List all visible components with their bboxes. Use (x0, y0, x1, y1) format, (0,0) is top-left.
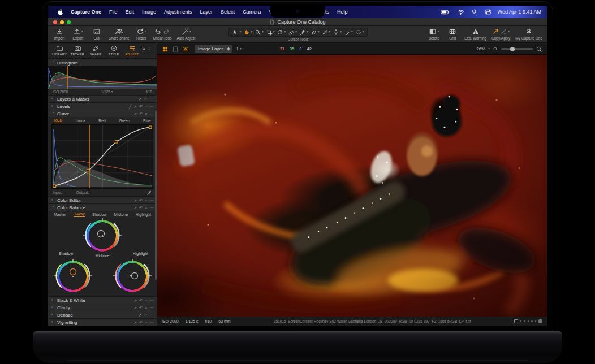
tab-adjust[interactable]: ADJUST (123, 45, 141, 56)
more-icon[interactable]: ⋯ (149, 313, 153, 317)
zoom-out-icon[interactable] (493, 46, 498, 52)
copy-apply-button[interactable]: ▾ Copy/Apply (491, 27, 510, 40)
copy-adjustments-icon[interactable]: ↗ (133, 306, 137, 310)
before-after-button[interactable]: ▾ Before (427, 27, 441, 40)
auto-adjust-button[interactable]: ▾ Auto Adjust (176, 27, 195, 40)
grid-button[interactable]: Grid (446, 27, 459, 40)
panel-header-black-white[interactable]: › Black & White ↗ ↶ ≡ ⋯ (48, 296, 157, 304)
curve-graph[interactable] (51, 124, 153, 189)
highlight-color-wheel[interactable] (111, 259, 154, 295)
presets-icon[interactable]: ≡ (145, 105, 147, 109)
auto-levels-icon[interactable]: ╱ (129, 105, 131, 109)
reset-icon[interactable]: ↶ (139, 112, 143, 116)
zoom-slider[interactable] (501, 48, 533, 50)
curve-tab-red[interactable]: Red (98, 119, 106, 123)
multi-view-toggle[interactable] (162, 46, 169, 53)
menu-item-camera[interactable]: Camera (239, 9, 264, 15)
straighten-tool[interactable]: ▾ (288, 29, 297, 36)
battery-icon[interactable] (441, 8, 450, 16)
import-button[interactable]: Import (53, 27, 66, 40)
window-title-bar[interactable]: Capture One Catalog (48, 18, 547, 26)
copy-adjustments-icon[interactable]: ↗ (133, 206, 137, 210)
more-icon[interactable]: ⋯ (149, 298, 153, 302)
midtone-color-wheel[interactable] (81, 218, 124, 254)
annotate-tool[interactable]: ▾ (322, 29, 331, 36)
panel-header-color-balance[interactable]: › Color Balance ↗ ↶ ≡ ⋯ (48, 203, 157, 211)
spot-removal-tool[interactable]: ▾ (355, 29, 364, 36)
shadow-color-wheel[interactable] (51, 259, 94, 295)
crop-tool[interactable]: ▾ (266, 29, 275, 36)
more-icon[interactable]: ⋯ (149, 206, 153, 210)
panel-header-vignetting[interactable]: › Vignetting ↗ ↶ ≡ ⋯ (48, 318, 157, 326)
panel-header-layers-masks[interactable]: › Layers & Masks ↗ ↶ ⋯ (48, 95, 157, 102)
wifi-icon[interactable] (457, 8, 464, 16)
presets-icon[interactable]: ≡ (145, 298, 147, 302)
panel-header-histogram[interactable]: › Histogram ⋯ (48, 59, 157, 66)
curve-tab-luma[interactable]: Luma (75, 119, 85, 123)
rotate-tool[interactable]: ▾ (277, 29, 286, 36)
cull-button[interactable]: Cull (90, 27, 104, 40)
tab-tether[interactable]: TETHER (68, 45, 87, 56)
rating-dot[interactable] (524, 320, 525, 322)
cb-tab-highlight[interactable]: Highlight (136, 213, 151, 216)
copy-adjustments-icon[interactable]: ↗ (138, 97, 141, 101)
reset-adjustments-button[interactable]: ▾ Reset (135, 27, 148, 40)
presets-icon[interactable]: ≡ (145, 112, 147, 116)
eraser-tool[interactable]: ▾ (311, 29, 320, 36)
heal-tool[interactable]: ▾ (344, 29, 353, 36)
menu-item-file[interactable]: File (106, 9, 121, 15)
curve-tab-green[interactable]: Green (119, 119, 130, 123)
menu-clock[interactable]: Wed Apr 1 9:41 AM (498, 9, 541, 15)
more-icon[interactable]: ⋯ (149, 112, 153, 116)
rating-dot[interactable] (535, 320, 537, 322)
presets-icon[interactable]: ≡ (145, 320, 147, 324)
menu-item-image[interactable]: Image (139, 9, 159, 15)
curve-tab-blue[interactable]: Blue (143, 119, 151, 123)
presets-icon[interactable]: ≡ (145, 198, 147, 202)
curve-picker-icon[interactable] (146, 190, 152, 196)
panel-header-curve[interactable]: › Curve ↗ ↶ ≡ ⋯ (48, 110, 157, 117)
spotlight-search-icon[interactable] (471, 8, 478, 15)
tab-shape[interactable]: SHAPE (87, 45, 105, 56)
zoom-slider-knob[interactable] (510, 47, 515, 51)
menu-item-select[interactable]: Select (217, 9, 238, 15)
select-tool[interactable]: ▾ (232, 29, 241, 36)
export-button[interactable]: ▾ Export (71, 27, 85, 40)
tab-style[interactable]: STYLE (105, 45, 123, 56)
more-icon[interactable]: ⋯ (149, 198, 153, 202)
menu-item-adjustments[interactable]: Adjustments (161, 9, 196, 15)
panel-header-clarity[interactable]: › Clarity ↗ ↶ ≡ ⋯ (48, 304, 157, 311)
single-view-toggle[interactable] (172, 46, 179, 53)
layer-select[interactable]: Image Layer (195, 45, 232, 53)
pan-tool[interactable]: ▾ (243, 29, 252, 36)
color-picker-tool[interactable]: ▾ (299, 29, 308, 36)
cb-tab-3way[interactable]: 3-Way (74, 212, 85, 217)
my-capture-one-button[interactable]: My Capture One (515, 27, 542, 40)
panel-header-color-editor[interactable]: › Color Editor ↗ ↶ ≡ ⋯ (48, 196, 157, 203)
copy-adjustments-icon[interactable]: ↗ (133, 298, 137, 302)
panel-header-levels[interactable]: › Levels ╱ ↗ ↶ ≡ ⋯ (48, 102, 157, 110)
menu-item-app[interactable]: Capture One (67, 9, 105, 15)
reset-icon[interactable]: ↶ (139, 206, 143, 210)
add-layer-button[interactable]: +▾ (235, 46, 241, 52)
copy-adjustments-icon[interactable]: ↗ (133, 112, 137, 116)
more-icon[interactable]: ⋯ (149, 61, 153, 65)
tab-library[interactable]: LIBRARY (50, 45, 68, 56)
copy-adjustments-icon[interactable]: ↗ (133, 320, 137, 324)
edit-select-checkbox[interactable] (514, 319, 518, 323)
menu-item-help[interactable]: Help (334, 9, 351, 15)
copy-adjustments-icon[interactable]: ↗ (133, 105, 137, 109)
apple-menu[interactable] (57, 8, 63, 15)
mask-brush-tool[interactable]: ▾ (333, 29, 342, 36)
more-icon[interactable]: ⋯ (149, 320, 153, 324)
copy-adjustments-icon[interactable]: ↗ (133, 198, 137, 202)
reset-icon[interactable]: ↶ (139, 105, 143, 109)
panel-scrollbar[interactable] (155, 110, 157, 280)
presets-icon[interactable]: ≡ (145, 206, 147, 210)
share-online-button[interactable]: Share online (109, 27, 130, 40)
zoom-level[interactable]: 26% (476, 46, 485, 51)
reset-icon[interactable]: ↶ (139, 306, 143, 310)
more-icon[interactable]: ⋯ (149, 105, 153, 109)
proof-view-toggle[interactable] (182, 46, 189, 53)
rating-dot[interactable] (528, 320, 529, 322)
